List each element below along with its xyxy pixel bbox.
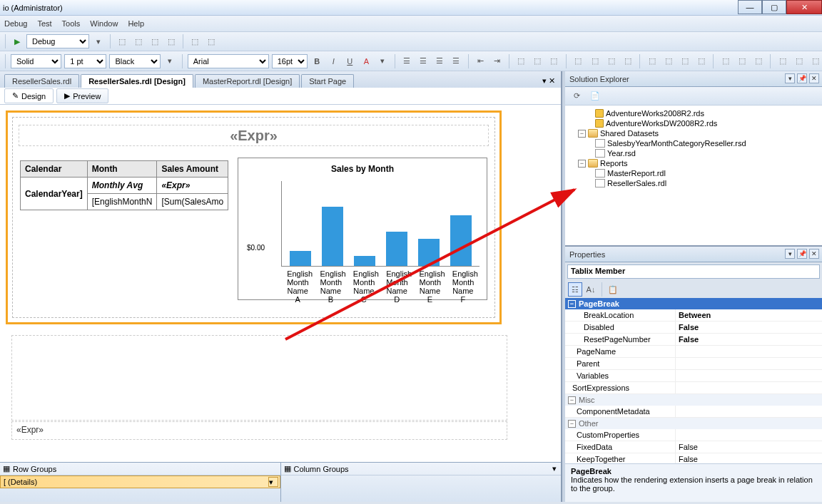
collapse-icon[interactable]: −: [578, 130, 586, 138]
alphabetical-button[interactable]: A↓: [584, 282, 598, 297]
window-minimize-button[interactable]: —: [738, 0, 762, 14]
layout-btn-5[interactable]: ⬚: [588, 54, 602, 68]
layout-btn-7[interactable]: ⬚: [621, 54, 634, 68]
tree-item-dset1[interactable]: SalesbyYearMonthCategoryReseller.rsd: [607, 139, 746, 148]
prop-keeptogether-value[interactable]: False: [676, 453, 822, 463]
categorized-button[interactable]: ☷: [568, 282, 582, 297]
underline-button[interactable]: U: [343, 54, 357, 68]
layout-btn-6[interactable]: ⬚: [604, 54, 618, 68]
layout-btn-13[interactable]: ⬚: [735, 54, 749, 68]
tablix-cell-sum[interactable]: [Sum(SalesAmo: [157, 194, 228, 210]
prop-disabled[interactable]: Disabled: [565, 322, 676, 333]
doc-tab-close-icon[interactable]: ✕: [549, 76, 555, 86]
layout-btn-10[interactable]: ⬚: [678, 54, 691, 68]
menu-tools[interactable]: Tools: [62, 19, 81, 28]
prop-keeptogether[interactable]: KeepTogether: [565, 453, 676, 463]
panel-close-icon[interactable]: ✕: [809, 73, 819, 83]
prop-breaklocation[interactable]: BreakLocation: [565, 309, 676, 321]
prop-breaklocation-value[interactable]: Between: [676, 309, 822, 321]
toolbar-btn-1[interactable]: ▾: [91, 34, 106, 48]
solution-config-dropdown[interactable]: Debug: [26, 34, 89, 48]
prop-disabled-value[interactable]: False: [676, 322, 822, 333]
toolbar-btn-5[interactable]: ⬚: [164, 34, 178, 48]
layout-btn-12[interactable]: ⬚: [719, 54, 732, 68]
collapse-icon[interactable]: −: [578, 160, 586, 168]
properties-grid[interactable]: −PageBreak BreakLocationBetween Disabled…: [565, 298, 822, 463]
font-color-button[interactable]: A: [360, 54, 373, 68]
tablix-col-calendar[interactable]: Calendar: [21, 161, 88, 178]
border-button[interactable]: ▾: [163, 54, 177, 68]
prop-parent[interactable]: Parent: [565, 358, 676, 369]
properties-object-selector[interactable]: Tablix Member: [567, 264, 820, 279]
prop-fixeddata-value[interactable]: False: [676, 441, 822, 453]
report-design-surface[interactable]: «Expr» Calendar Month Sales Amount C: [0, 105, 561, 462]
border-style-dropdown[interactable]: Solid: [11, 54, 61, 68]
italic-button[interactable]: I: [327, 54, 340, 68]
toolbar-btn-7[interactable]: ⬚: [204, 34, 218, 48]
property-category-other[interactable]: −Other: [565, 418, 822, 429]
property-category-misc[interactable]: −Misc: [565, 394, 822, 406]
menu-help[interactable]: Help: [128, 19, 144, 28]
font-size-dropdown[interactable]: 16pt: [272, 54, 308, 68]
layout-btn-1[interactable]: ⬚: [514, 54, 528, 68]
subtab-preview[interactable]: ▶Preview: [56, 88, 108, 103]
prop-componentmetadata[interactable]: ComponentMetadata: [565, 406, 676, 417]
report-body-lower[interactable]: [11, 335, 507, 421]
row-group-details[interactable]: [ (Details) ▾: [0, 475, 280, 488]
menu-test[interactable]: Test: [37, 19, 51, 28]
report-body[interactable]: «Expr» Calendar Month Sales Amount C: [6, 110, 502, 324]
tablix-cell-year[interactable]: CalendarYear]: [21, 178, 88, 210]
prop-pagename[interactable]: PageName: [565, 346, 676, 357]
tablix-cell-monthly-avg[interactable]: Monthly Avg: [87, 178, 157, 194]
tablix-cell-avg-expr[interactable]: «Expr»: [157, 178, 228, 194]
layout-btn-14[interactable]: ⬚: [751, 54, 765, 68]
toolbar-btn-2[interactable]: ⬚: [115, 34, 129, 48]
tree-item-resellersales[interactable]: ResellerSales.rdl: [607, 179, 666, 187]
layout-btn-17[interactable]: ⬚: [808, 54, 822, 68]
toolbar-btn-3[interactable]: ⬚: [131, 34, 146, 48]
panel-close-icon[interactable]: ✕: [809, 249, 819, 259]
layout-btn-8[interactable]: ⬚: [645, 54, 659, 68]
panel-pin-icon[interactable]: 📌: [797, 73, 807, 83]
row-group-dropdown-icon[interactable]: ▾: [268, 477, 278, 487]
layout-btn-2[interactable]: ⬚: [531, 54, 544, 68]
layout-btn-15[interactable]: ⬚: [776, 54, 789, 68]
menu-window[interactable]: Window: [90, 19, 118, 28]
window-close-button[interactable]: ✕: [786, 0, 822, 14]
tree-item-ds2[interactable]: AdventureWorksDW2008R2.rds: [606, 119, 717, 128]
align-center-button[interactable]: ☰: [417, 54, 430, 68]
solution-refresh-icon[interactable]: ⟳: [569, 89, 584, 103]
align-justify-button[interactable]: ☰: [450, 54, 463, 68]
tree-folder-reports[interactable]: Reports: [600, 159, 628, 168]
report-chart[interactable]: Sales by Month $0.00 En: [238, 158, 487, 300]
subtab-design[interactable]: ✎Design: [4, 88, 54, 103]
property-category-pagebreak[interactable]: −PageBreak: [565, 298, 822, 309]
solution-showall-icon[interactable]: 📄: [588, 89, 602, 103]
panel-pin-icon[interactable]: 📌: [797, 249, 807, 259]
tablix-cell-monthname[interactable]: [EnglishMonthN: [87, 194, 157, 210]
doc-tab-resellersales[interactable]: ResellerSales.rdl: [4, 74, 79, 88]
align-left-button[interactable]: ☰: [400, 54, 414, 68]
indent-dec-button[interactable]: ⇤: [474, 54, 487, 68]
menu-debug[interactable]: Debug: [4, 19, 27, 28]
doc-tab-startpage[interactable]: Start Page: [301, 74, 354, 88]
group-menu-dropdown[interactable]: ▾: [552, 464, 557, 473]
layout-btn-11[interactable]: ⬚: [694, 54, 708, 68]
toolbar-btn-6[interactable]: ⬚: [188, 34, 202, 48]
doc-tab-masterreport-design[interactable]: MasterReport.rdl [Design]: [195, 74, 300, 88]
prop-resetpagenumber-value[interactable]: False: [676, 334, 822, 345]
toolbar-btn-4[interactable]: ⬚: [148, 34, 162, 48]
indent-inc-button[interactable]: ⇥: [490, 54, 504, 68]
panel-dropdown-icon[interactable]: ▾: [785, 73, 795, 83]
layout-btn-3[interactable]: ⬚: [547, 54, 561, 68]
prop-customproperties[interactable]: CustomProperties: [565, 429, 676, 441]
prop-resetpagenumber[interactable]: ResetPageNumber: [565, 334, 676, 345]
layout-btn-9[interactable]: ⬚: [661, 54, 675, 68]
doc-tab-dropdown-icon[interactable]: ▾: [542, 76, 547, 86]
tree-item-ds1[interactable]: AdventureWorks2008R2.rds: [606, 109, 704, 118]
doc-tab-resellersales-design[interactable]: ResellerSales.rdl [Design]: [81, 74, 193, 88]
tablix-col-month[interactable]: Month: [87, 161, 157, 178]
panel-dropdown-icon[interactable]: ▾: [785, 249, 795, 259]
run-button[interactable]: ▶: [10, 34, 24, 48]
font-name-dropdown[interactable]: Arial: [188, 54, 269, 68]
